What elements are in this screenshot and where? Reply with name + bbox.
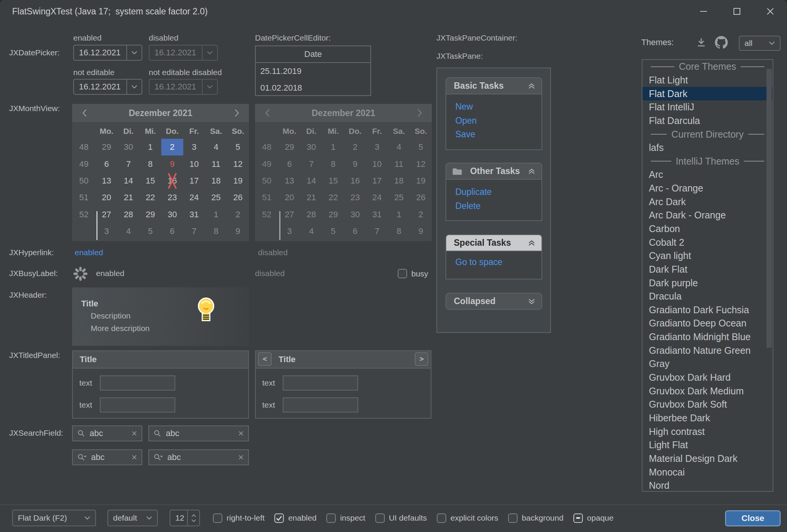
hyperlink-enabled[interactable]: enabled (75, 248, 103, 257)
search-input[interactable]: abc (90, 428, 103, 438)
checkbox-box[interactable] (274, 513, 284, 523)
next-month-button[interactable] (228, 104, 246, 122)
theme-list-item[interactable]: Gruvbox Dark Hard (642, 371, 773, 384)
clear-icon[interactable] (131, 430, 137, 436)
taskpane-header[interactable]: Collapsed (445, 293, 542, 310)
calendar-day[interactable]: 11 (205, 155, 227, 172)
datepicker-dropdown-button[interactable] (126, 80, 142, 94)
theme-list-item[interactable]: Gruvbox Dark Medium (642, 384, 773, 398)
option-checkbox[interactable]: explicit colors (437, 513, 498, 523)
calendar-day[interactable]: 29 (96, 139, 118, 155)
calendar-day[interactable]: 4 (118, 223, 140, 240)
clear-icon[interactable] (238, 454, 244, 460)
calendar-day[interactable]: 17 (183, 173, 205, 189)
task-link[interactable]: Open (455, 114, 541, 128)
checkbox-box[interactable] (508, 513, 518, 523)
task-link[interactable]: Save (455, 127, 541, 141)
calendar-day[interactable]: 12 (227, 155, 249, 172)
calendar-day[interactable]: 8 (139, 155, 161, 172)
github-link-button[interactable] (715, 36, 728, 49)
close-button[interactable]: Close (725, 510, 781, 526)
calendar-day[interactable]: 1 (205, 206, 227, 223)
theme-list-item[interactable]: Arc Dark (642, 195, 773, 209)
calendar-day[interactable]: 19 (227, 173, 249, 189)
theme-list-item[interactable]: Light Flat (642, 438, 773, 452)
search-field-with-menu[interactable]: abc (148, 449, 249, 465)
calendar-day[interactable]: 9 (227, 223, 249, 240)
maximize-button[interactable] (720, 0, 754, 23)
option-checkbox[interactable]: UI defaults (375, 513, 427, 523)
font-combobox[interactable]: default (107, 510, 158, 526)
calendar-day[interactable]: 21 (118, 189, 140, 206)
calendar-day[interactable]: 7 (118, 155, 140, 172)
calendar-day[interactable]: 8 (205, 223, 227, 240)
checkbox-box[interactable] (326, 513, 336, 523)
calendar-day[interactable]: 30 (118, 139, 140, 155)
theme-list-item[interactable]: lafs (642, 141, 773, 155)
calendar-day[interactable]: 3 (183, 139, 205, 155)
calendar-day[interactable]: 1 (139, 139, 161, 155)
theme-list-item[interactable]: Flat IntelliJ (642, 100, 773, 114)
theme-list-item[interactable]: Flat Darcula (642, 114, 773, 128)
calendar-day[interactable]: 25 (205, 189, 227, 206)
table-row[interactable]: 25.11.2019 (256, 63, 370, 80)
search-field[interactable]: abc (72, 425, 142, 441)
text-field[interactable] (100, 375, 175, 391)
checkbox-box[interactable] (375, 513, 385, 523)
calendar-day[interactable]: 10 (183, 155, 205, 172)
checkbox-box[interactable] (573, 513, 583, 523)
busy-checkbox[interactable]: busy (398, 269, 428, 278)
table-column-header[interactable]: Date (256, 46, 370, 63)
theme-list-item[interactable]: Arc Dark - Orange (642, 209, 773, 222)
theme-list-item[interactable]: Arc - Orange (642, 182, 773, 195)
search-field[interactable]: abc (148, 425, 249, 441)
theme-list-item[interactable]: Core Themes (642, 60, 773, 74)
next-button[interactable]: > (415, 352, 428, 366)
theme-list-item[interactable]: Flat Dark (642, 87, 773, 100)
datepicker-enabled[interactable]: 16.12.2021 (73, 45, 142, 61)
font-size-spinner[interactable]: 12 (170, 510, 200, 526)
theme-list-item[interactable]: Material Design Dark (642, 452, 773, 466)
calendar-day[interactable]: 23 (161, 189, 183, 206)
calendar-day[interactable]: 2 (227, 206, 249, 223)
calendar-day[interactable]: 26 (227, 189, 249, 206)
theme-list-item[interactable]: Gradianto Deep Ocean (642, 317, 773, 330)
theme-list-item[interactable]: Dark purple (642, 276, 773, 290)
theme-list-item[interactable]: Nord (642, 479, 773, 492)
laf-combobox[interactable]: Flat Dark (F2) (12, 510, 96, 526)
theme-list-item[interactable]: Cobalt 2 (642, 235, 773, 249)
theme-list-item[interactable]: Gray (642, 357, 773, 371)
search-input[interactable]: abc (166, 428, 179, 438)
calendar-day[interactable]: 2 (161, 139, 183, 155)
calendar-day[interactable]: 6 (161, 223, 183, 240)
calendar-day[interactable]: 15 (139, 173, 161, 189)
calendar-day[interactable]: 13 (96, 173, 118, 189)
option-checkbox[interactable]: background (508, 513, 563, 523)
previous-month-button[interactable] (75, 104, 93, 122)
theme-list-item[interactable]: Gradianto Dark Fuchsia (642, 303, 773, 317)
calendar-day[interactable]: 20 (96, 189, 118, 206)
checkbox-box[interactable] (398, 269, 407, 278)
taskpane-header-focused[interactable]: Special Tasks (445, 234, 542, 251)
close-window-button[interactable] (754, 0, 787, 23)
calendar-day[interactable]: 31 (183, 206, 205, 223)
option-checkbox[interactable]: enabled (274, 513, 316, 523)
calendar-day[interactable]: 3 (96, 223, 118, 240)
task-link[interactable]: New (455, 100, 541, 114)
clear-icon[interactable] (238, 430, 244, 436)
task-link[interactable]: Go to space (455, 255, 541, 269)
search-input[interactable]: abc (167, 452, 181, 462)
calendar-day[interactable]: 4 (205, 139, 227, 155)
theme-list-item[interactable]: Dracula (642, 290, 773, 303)
option-checkbox[interactable]: right-to-left (213, 513, 264, 523)
option-checkbox[interactable]: inspect (326, 513, 365, 523)
theme-list-item[interactable]: Monocai (642, 465, 773, 479)
datepicker-dropdown-button[interactable] (126, 46, 142, 60)
minimize-button[interactable] (687, 0, 720, 23)
theme-list-item[interactable]: Cyan light (642, 249, 773, 263)
taskpane-header[interactable]: Other Tasks (445, 163, 542, 180)
scrollbar-thumb[interactable] (767, 69, 772, 348)
table-row[interactable]: 01.02.2018 (256, 80, 370, 96)
option-checkbox[interactable]: opaque (573, 513, 614, 523)
theme-list-item[interactable]: Dark Flat (642, 263, 773, 276)
